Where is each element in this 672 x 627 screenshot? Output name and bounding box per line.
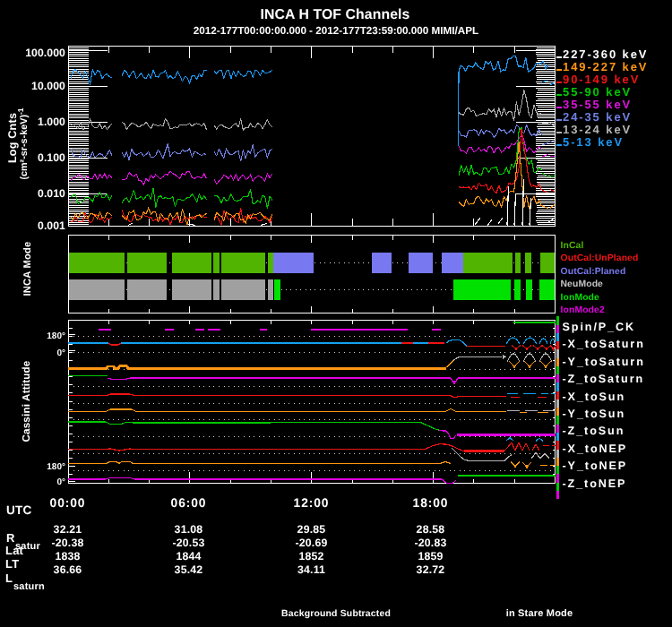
svg-text:32.72: 32.72 — [417, 563, 445, 576]
svg-text:in Stare Mode: in Stare Mode — [506, 608, 573, 619]
svg-text:Cassini Attitude: Cassini Attitude — [21, 360, 32, 442]
svg-text:12:00: 12:00 — [294, 496, 330, 510]
svg-text:-X_toSun: -X_toSun — [563, 391, 625, 403]
svg-text:Lat: Lat — [5, 544, 24, 557]
svg-text:INCA H TOF Channels: INCA H TOF Channels — [261, 7, 410, 22]
svg-text:10.000: 10.000 — [31, 80, 65, 92]
svg-text:UTC: UTC — [6, 503, 32, 517]
svg-text:0°: 0° — [56, 477, 65, 487]
svg-text:1859: 1859 — [418, 550, 443, 563]
svg-text:0.100: 0.100 — [38, 151, 65, 164]
svg-text:IonMode2: IonMode2 — [561, 305, 605, 315]
svg-text:100.000: 100.000 — [25, 47, 65, 59]
svg-text:29.85: 29.85 — [297, 523, 326, 536]
svg-text:-Y_toSun: -Y_toSun — [563, 408, 625, 420]
svg-text:180°: 180° — [47, 462, 65, 472]
svg-text:-20.38: -20.38 — [51, 537, 83, 549]
svg-text:5-13 keV: 5-13 keV — [563, 135, 624, 149]
svg-text:34.11: 34.11 — [297, 563, 325, 576]
svg-text:-X_toNEP: -X_toNEP — [563, 442, 628, 455]
svg-text:32.21: 32.21 — [54, 523, 82, 536]
svg-text:28.58: 28.58 — [417, 523, 445, 536]
svg-text:0°: 0° — [56, 348, 65, 358]
svg-text:-Z_toNEP: -Z_toNEP — [563, 477, 627, 490]
svg-text:L: L — [5, 571, 13, 585]
svg-text:-Y_toSaturn: -Y_toSaturn — [563, 356, 645, 368]
svg-text:1838: 1838 — [55, 550, 80, 563]
svg-text:00:00: 00:00 — [50, 496, 86, 510]
svg-text:OutCal:UnPlaned: OutCal:UnPlaned — [561, 253, 639, 263]
svg-text:IonMode: IonMode — [561, 293, 600, 303]
svg-text:18:00: 18:00 — [413, 496, 449, 510]
svg-text:0.001: 0.001 — [38, 219, 65, 232]
svg-text:1852: 1852 — [298, 550, 323, 563]
svg-text:149-227 keV: 149-227 keV — [563, 60, 648, 73]
svg-text:Spin/P_CK: Spin/P_CK — [563, 321, 635, 333]
svg-text:31.08: 31.08 — [175, 523, 203, 536]
svg-text:06:00: 06:00 — [171, 496, 207, 510]
svg-text:-20.83: -20.83 — [414, 537, 446, 549]
svg-text:35.42: 35.42 — [175, 563, 203, 576]
svg-text:-20.53: -20.53 — [172, 537, 204, 549]
svg-text:saturn: saturn — [13, 581, 45, 592]
svg-text:24-35 keV: 24-35 keV — [563, 110, 632, 124]
svg-text:227-360 keV: 227-360 keV — [563, 47, 648, 61]
svg-text:0.010: 0.010 — [38, 187, 65, 200]
svg-text:35-55 keV: 35-55 keV — [563, 98, 632, 111]
svg-text:NeuMode: NeuMode — [561, 279, 604, 289]
svg-text:180°: 180° — [47, 331, 65, 341]
svg-text:55-90 keV: 55-90 keV — [563, 85, 632, 99]
svg-text:Background Subtracted: Background Subtracted — [281, 609, 391, 619]
svg-text:-Y_toNEP: -Y_toNEP — [563, 460, 628, 472]
svg-text:-Z_toSun: -Z_toSun — [563, 425, 625, 437]
svg-text:1.000: 1.000 — [38, 116, 65, 128]
svg-text:36.66: 36.66 — [54, 563, 82, 576]
svg-text:-20.69: -20.69 — [295, 537, 327, 549]
svg-text:R: R — [6, 531, 15, 545]
svg-text:Log Cnts: Log Cnts — [6, 113, 19, 163]
svg-text:-Z_toSaturn: -Z_toSaturn — [563, 373, 645, 385]
svg-text:90-149 keV: 90-149 keV — [563, 73, 640, 86]
svg-text:InCal: InCal — [561, 241, 584, 251]
svg-text:OutCal:Planed: OutCal:Planed — [561, 267, 626, 277]
svg-text:INCA Mode: INCA Mode — [22, 241, 33, 296]
svg-text:LT: LT — [5, 557, 19, 571]
svg-text:(cm²-sr-s-keV)-1: (cm²-sr-s-keV)-1 — [16, 107, 30, 179]
svg-text:2012-177T00:00:00.000 - 2012-1: 2012-177T00:00:00.000 - 2012-177T23:59:0… — [194, 25, 478, 37]
svg-text:-X_toSaturn: -X_toSaturn — [563, 338, 645, 350]
svg-text:1844: 1844 — [176, 550, 201, 563]
svg-text:13-24 keV: 13-24 keV — [563, 123, 632, 136]
